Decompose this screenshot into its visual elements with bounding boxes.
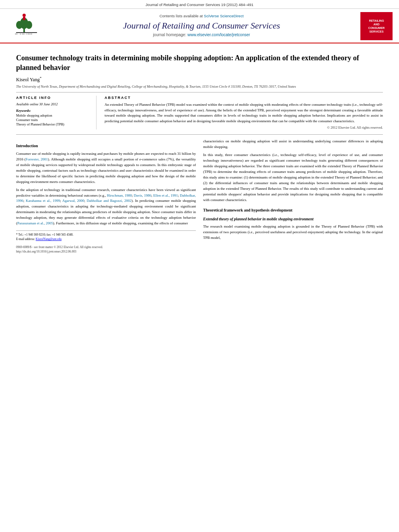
svg-rect-5 <box>23 17 25 20</box>
svg-text:ELSEVIER: ELSEVIER <box>14 33 33 34</box>
ref-karahanna[interactable]: Karahanna et al., 1999 <box>26 199 60 203</box>
intro-para2: In the adoption of technology in traditi… <box>16 187 196 227</box>
article-info-heading: ARTICLE INFO <box>16 96 90 100</box>
theory-para1: The research model examining mobile shop… <box>203 224 383 241</box>
journal-citation: Journal of Retailing and Consumer Servic… <box>146 2 253 7</box>
intro-para4: In this study, three consumer characteri… <box>203 152 383 203</box>
article-content: Consumer technology traits in determinin… <box>0 43 399 258</box>
footnote-tel: * Tel.: +1 940 369 8210; fax: +1 940 565… <box>16 232 196 237</box>
intro-para1: Consumer use of mobile shopping is rapid… <box>16 151 196 185</box>
article-info-section: ARTICLE INFO Available online 30 June 20… <box>16 96 97 129</box>
author-name: Kiseol Yang* <box>16 76 383 83</box>
ref-hirschman[interactable]: Hirschman, 1980 <box>107 193 132 197</box>
ref-agarwal[interactable]: Agarwal, 2000 <box>62 199 84 203</box>
intro-heading: Introduction <box>16 143 196 149</box>
header-area: ELSEVIER Contents lists available at Sci… <box>0 9 399 43</box>
footer-notes: * Tel.: +1 940 369 8210; fax: +1 940 565… <box>16 230 196 242</box>
theory-heading: Theoretical framework and hypothesis dev… <box>203 207 383 214</box>
abstract-text: An extended Theory of Planned Behavior (… <box>105 102 383 124</box>
keyword-1: Mobile shopping adoption <box>16 113 90 117</box>
body-col-left: Introduction Consumer use of mobile shop… <box>16 139 196 254</box>
keywords-label: Keywords: <box>16 109 90 113</box>
journal-homepage: journal homepage: www.elsevier.com/locat… <box>51 33 352 37</box>
sciversedirect-link[interactable]: SciVerse ScienceDirect <box>204 14 244 18</box>
ref-ellen[interactable]: Ellen et al., 1991 <box>153 193 178 197</box>
info-abstract: ARTICLE INFO Available online 30 June 20… <box>16 96 383 129</box>
svg-point-3 <box>26 21 32 29</box>
journal-title: Journal of Retailing and Consumer Servic… <box>51 21 352 31</box>
abstract-heading: ABSTRACT <box>105 96 383 100</box>
copyright-line: © 2012 Elsevier Ltd. All rights reserved… <box>105 125 383 129</box>
section-divider-2 <box>16 134 383 135</box>
ref-dabholkar-bagozzi[interactable]: Dabholkar and Bagozzi, 2002 <box>87 199 132 203</box>
available-online: Available online 30 June 2012 <box>16 102 90 106</box>
keyword-3: Theory of Planned Behavior (TPB) <box>16 122 90 126</box>
header-right: RETAILING AND CONSUMER SERVICES <box>356 12 393 40</box>
body-col-right: characteristics on mobile shopping adopt… <box>203 139 383 254</box>
top-bar: Journal of Retailing and Consumer Servic… <box>0 0 399 9</box>
page-container: Journal of Retailing and Consumer Servic… <box>0 0 399 258</box>
homepage-url[interactable]: www.elsevier.com/locate/jretconser <box>187 33 250 37</box>
body-columns: Introduction Consumer use of mobile shop… <box>16 139 383 254</box>
affiliation: The University of North Texas, Departmen… <box>16 84 383 89</box>
section-divider-1 <box>16 92 383 92</box>
intro-para3: characteristics on mobile shopping adopt… <box>203 139 383 150</box>
journal-logo-box: RETAILING AND CONSUMER SERVICES <box>360 12 393 40</box>
keyword-2: Consumer traits <box>16 118 90 122</box>
svg-point-2 <box>16 21 23 29</box>
article-title: Consumer technology traits in determinin… <box>16 53 383 73</box>
abstract-section: ABSTRACT An extended Theory of Planned B… <box>105 96 383 129</box>
elsevier-logo-svg: ELSEVIER <box>12 12 41 34</box>
header-center: Contents lists available at SciVerse Sci… <box>47 12 356 39</box>
ref-davis[interactable]: Davis, 1986 <box>134 193 152 197</box>
footer-bottom: 0969-6989/$ - see front matter © 2012 El… <box>16 245 196 254</box>
contents-line: Contents lists available at SciVerse Sci… <box>51 14 352 18</box>
author-sup: * <box>40 76 42 80</box>
ref-parasuraman[interactable]: Parasuraman et al., 2005 <box>17 221 53 225</box>
header-left: ELSEVIER <box>6 12 47 34</box>
svg-point-4 <box>23 14 26 17</box>
footnote-email: E-mail address: KiseolYang@unt.edu <box>16 237 196 241</box>
email-link[interactable]: KiseolYang@unt.edu <box>36 237 62 241</box>
ref-forrester[interactable]: Forrester, 2001 <box>26 157 48 161</box>
issn-line: 0969-6989/$ - see front matter © 2012 El… <box>16 245 196 250</box>
doi-line: http://dx.doi.org/10.1016/j.jretconser.2… <box>16 249 196 254</box>
theory-subheading: Extended theory of planned behavior in m… <box>203 216 383 222</box>
